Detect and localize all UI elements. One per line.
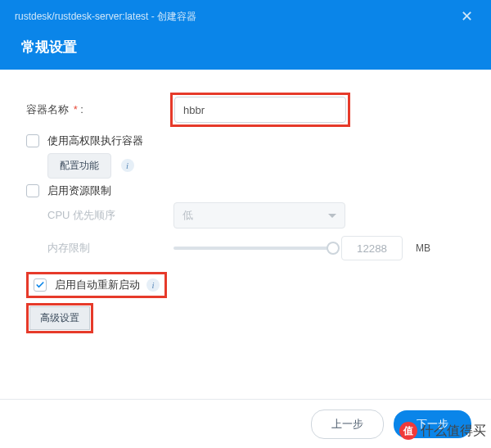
privilege-checkbox[interactable] — [26, 134, 39, 147]
header-breadcrumb: rustdesk/rustdesk-server:latest - 创建容器 — [15, 10, 196, 24]
close-icon[interactable]: ✕ — [457, 7, 476, 25]
resource-limit-checkbox[interactable] — [26, 184, 39, 197]
memory-slider — [173, 247, 333, 250]
page-title: 常规设置 — [21, 38, 476, 57]
container-name-input[interactable] — [174, 97, 346, 123]
auto-restart-checkbox[interactable] — [34, 278, 47, 292]
info-icon[interactable]: i — [146, 278, 160, 292]
resource-limit-label: 启用资源限制 — [47, 183, 111, 198]
prev-button[interactable]: 上一步 — [311, 410, 384, 439]
memory-limit-label: 内存限制 — [47, 241, 173, 256]
privilege-label: 使用高权限执行容器 — [47, 133, 143, 148]
form-content: 容器名称 * : 使用高权限执行容器 配置功能 i 启用资源限制 CPU 优先顺… — [0, 70, 491, 333]
slider-thumb — [327, 242, 340, 255]
advanced-settings-button[interactable]: 高级设置 — [29, 306, 90, 330]
dialog-footer: 上一步 下一步 — [0, 399, 491, 448]
memory-value-input — [341, 236, 403, 260]
chevron-down-icon — [328, 214, 336, 218]
next-button[interactable]: 下一步 — [394, 410, 471, 438]
container-name-label: 容器名称 * : — [26, 102, 173, 117]
config-capabilities-button[interactable]: 配置功能 — [47, 153, 111, 179]
auto-restart-label: 启用自动重新启动 — [55, 278, 140, 292]
info-icon[interactable]: i — [121, 159, 134, 172]
cpu-priority-label: CPU 优先顺序 — [47, 208, 173, 223]
memory-unit: MB — [416, 242, 430, 254]
cpu-priority-select: 低 — [173, 202, 345, 229]
dialog-header: rustdesk/rustdesk-server:latest - 创建容器 ✕… — [0, 0, 491, 70]
